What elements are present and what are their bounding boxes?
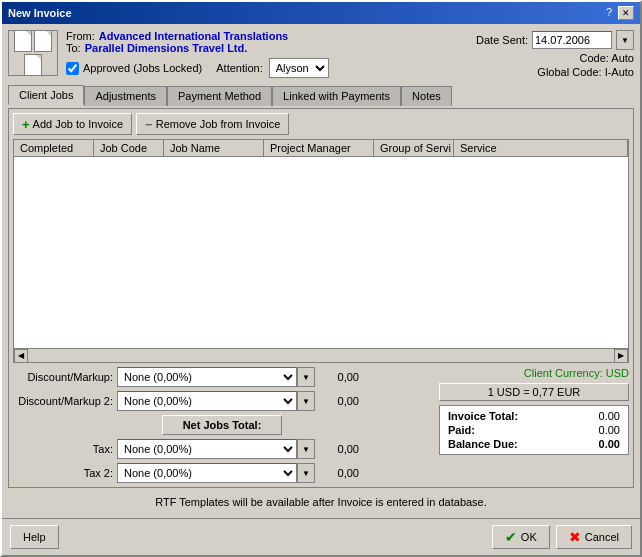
jobs-table: Completed Job Code Job Name Project Mana… — [13, 139, 629, 363]
discount2-label: Discount/Markup 2: — [13, 395, 113, 407]
title-bar: New Invoice ? ✕ — [2, 2, 640, 24]
header-section: From: Advanced International Translation… — [8, 30, 634, 78]
help-button[interactable]: Help — [10, 525, 59, 549]
close-button[interactable]: ✕ — [618, 6, 634, 20]
tax2-select[interactable]: None (0,00%) — [117, 463, 297, 483]
add-job-button[interactable]: + Add Job to Invoice — [13, 113, 132, 135]
scroll-left-btn[interactable]: ◀ — [14, 349, 28, 363]
help-icon[interactable]: ? — [606, 6, 612, 20]
left-bottom: Discount/Markup: None (0,00%) ▼ 0,00 Dis… — [13, 367, 431, 483]
ok-label: OK — [521, 531, 537, 543]
bottom-section: Discount/Markup: None (0,00%) ▼ 0,00 Dis… — [13, 367, 629, 483]
col-gos: Group of Servi — [374, 140, 454, 156]
discount2-select-wrap: None (0,00%) ▼ — [117, 391, 315, 411]
balance-label: Balance Due: — [448, 438, 518, 450]
attention-label: Attention: — [216, 62, 262, 74]
balance-row: Balance Due: 0.00 — [448, 438, 620, 450]
balance-value: 0.00 — [599, 438, 620, 450]
remove-job-label: Remove Job from Invoice — [156, 118, 281, 130]
discount-select[interactable]: None (0,00%) — [117, 367, 297, 387]
cancel-button[interactable]: ✖ Cancel — [556, 525, 632, 549]
to-label: To: — [66, 42, 81, 54]
discount-select-wrap: None (0,00%) ▼ — [117, 367, 315, 387]
ok-icon: ✔ — [505, 529, 517, 545]
footer-right-buttons: ✔ OK ✖ Cancel — [492, 525, 632, 549]
net-total-label: Net Jobs Total: — [183, 419, 262, 431]
to-value: Parallel Dimensions Travel Ltd. — [85, 42, 248, 54]
tax2-row: Tax 2: None (0,00%) ▼ 0,00 — [13, 463, 431, 483]
footer: Help ✔ OK ✖ Cancel — [2, 518, 640, 555]
exchange-rate-button[interactable]: 1 USD = 0,77 EUR — [439, 383, 629, 401]
tab-payment-method[interactable]: Payment Method — [167, 86, 272, 106]
right-bottom: Client Currency: USD 1 USD = 0,77 EUR In… — [439, 367, 629, 483]
tax-select[interactable]: None (0,00%) — [117, 439, 297, 459]
code-label: Code: — [580, 52, 609, 64]
discount2-arrow[interactable]: ▼ — [297, 391, 315, 411]
col-jobname: Job Name — [164, 140, 264, 156]
document-icons — [9, 30, 57, 76]
discount2-row: Discount/Markup 2: None (0,00%) ▼ 0,00 — [13, 391, 431, 411]
discount-arrow[interactable]: ▼ — [297, 367, 315, 387]
scroll-track[interactable] — [29, 352, 613, 360]
cancel-label: Cancel — [585, 531, 619, 543]
table-header: Completed Job Code Job Name Project Mana… — [14, 140, 628, 157]
invoice-total-label: Invoice Total: — [448, 410, 518, 422]
approved-checkbox[interactable] — [66, 62, 79, 75]
net-total-button[interactable]: Net Jobs Total: — [162, 415, 283, 435]
approved-checkbox-label[interactable]: Approved (Jobs Locked) — [66, 62, 202, 75]
discount2-select[interactable]: None (0,00%) — [117, 391, 297, 411]
tab-adjustments[interactable]: Adjustments — [84, 86, 167, 106]
paid-label: Paid: — [448, 424, 475, 436]
paid-row: Paid: 0.00 — [448, 424, 620, 436]
tab-notes[interactable]: Notes — [401, 86, 452, 106]
remove-job-button[interactable]: − Remove Job from Invoice — [136, 113, 289, 135]
from-value: Advanced International Translations — [99, 30, 289, 42]
code-value: Auto — [611, 52, 634, 64]
title-bar-controls: ? ✕ — [606, 6, 634, 20]
col-jobcode: Job Code — [94, 140, 164, 156]
main-window: New Invoice ? ✕ From: Advanced Internati… — [0, 0, 642, 557]
tax2-amount: 0,00 — [319, 467, 359, 479]
global-code-row: Global Code: I-Auto — [537, 66, 634, 78]
tax-arrow[interactable]: ▼ — [297, 439, 315, 459]
attention-select-wrap: Alyson — [269, 58, 329, 78]
help-label: Help — [23, 531, 46, 543]
date-sent-label: Date Sent: — [476, 34, 528, 46]
tab-client-jobs[interactable]: Client Jobs — [8, 85, 84, 105]
to-line: To: Parallel Dimensions Travel Ltd. — [66, 42, 468, 54]
discount2-amount: 0,00 — [319, 395, 359, 407]
discount-label: Discount/Markup: — [13, 371, 113, 383]
from-label: From: — [66, 30, 95, 42]
date-section: Date Sent: 14.07.2006 ▼ Code: Auto Globa… — [476, 30, 634, 78]
window-title: New Invoice — [8, 7, 72, 19]
attention-select[interactable]: Alyson — [269, 58, 329, 78]
table-body — [14, 157, 628, 348]
net-total-row: Net Jobs Total: — [13, 415, 431, 435]
paid-value: 0.00 — [599, 424, 620, 436]
global-code-label: Global Code: — [537, 66, 601, 78]
invoice-total-row: Invoice Total: 0.00 — [448, 410, 620, 422]
discount-row: Discount/Markup: None (0,00%) ▼ 0,00 — [13, 367, 431, 387]
currency-label: Client Currency: USD — [439, 367, 629, 379]
tax2-label: Tax 2: — [13, 467, 113, 479]
from-to-section: From: Advanced International Translation… — [66, 30, 468, 78]
rtf-note: RTF Templates will be available after In… — [8, 492, 634, 512]
approved-row: Approved (Jobs Locked) Attention: Alyson — [66, 58, 468, 78]
col-service: Service — [454, 140, 628, 156]
horizontal-scrollbar[interactable]: ◀ ▶ — [14, 348, 628, 362]
doc-icon-2 — [34, 30, 52, 52]
tax-amount: 0,00 — [319, 443, 359, 455]
date-sent-input[interactable]: 14.07.2006 — [532, 31, 612, 49]
date-dropdown-btn[interactable]: ▼ — [616, 30, 634, 50]
jobs-toolbar: + Add Job to Invoice − Remove Job from I… — [13, 113, 629, 135]
scroll-right-btn[interactable]: ▶ — [614, 349, 628, 363]
doc-icon-1 — [14, 30, 32, 52]
content-area: From: Advanced International Translation… — [2, 24, 640, 518]
tax2-arrow[interactable]: ▼ — [297, 463, 315, 483]
exchange-label: 1 USD = 0,77 EUR — [488, 386, 581, 398]
invoice-total-value: 0.00 — [599, 410, 620, 422]
tab-linked-payments[interactable]: Linked with Payments — [272, 86, 401, 106]
approved-label: Approved (Jobs Locked) — [83, 62, 202, 74]
ok-button[interactable]: ✔ OK — [492, 525, 550, 549]
tax-label: Tax: — [13, 443, 113, 455]
